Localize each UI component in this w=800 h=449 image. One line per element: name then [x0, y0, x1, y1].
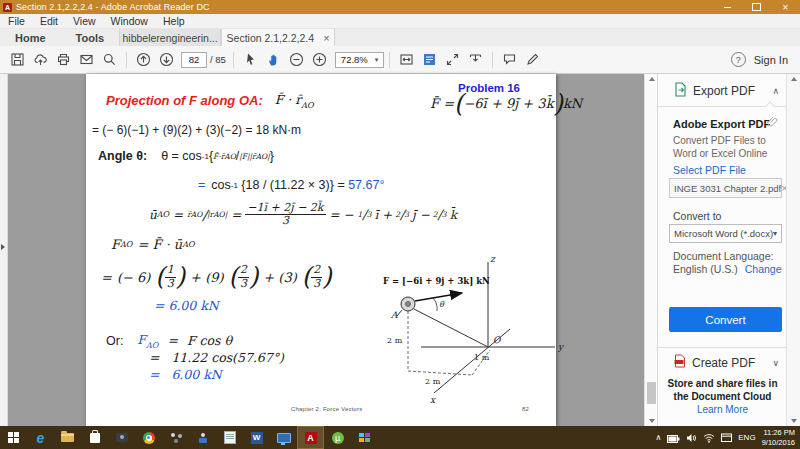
- adobe-reader-icon: A: [305, 432, 317, 444]
- highlight-button[interactable]: [521, 50, 544, 69]
- wifi-icon[interactable]: [703, 429, 715, 447]
- fit-width-icon: [399, 52, 414, 67]
- previous-page-button[interactable]: [132, 50, 155, 69]
- sign-in-button[interactable]: Sign In: [754, 54, 788, 66]
- y-axis-label: y: [557, 342, 565, 352]
- scroll-down-icon[interactable]: [649, 419, 655, 423]
- print-button[interactable]: [52, 50, 75, 69]
- collapse-chevron-icon[interactable]: ∧: [772, 86, 779, 96]
- taskbar-remote-session[interactable]: [189, 426, 216, 449]
- taskbar-utorrent[interactable]: µ: [324, 426, 351, 449]
- or-line-1: Or: FAO = F cos θ: [106, 332, 232, 350]
- scroll-up-icon[interactable]: [649, 77, 655, 81]
- fao-result: = 6.00 kN: [154, 298, 219, 313]
- export-pdf-header[interactable]: Export PDF: [693, 84, 755, 98]
- comment-bubble-icon: [502, 52, 517, 67]
- theta-arc: [433, 298, 437, 311]
- or-line-3: = 6.00 kN: [149, 367, 222, 382]
- open-left-panel-arrow-icon[interactable]: [1, 244, 5, 250]
- scroll-up-icon[interactable]: [791, 77, 797, 81]
- scrollbar-thumb[interactable]: [647, 382, 656, 404]
- toolbar-separator: [389, 52, 390, 68]
- person-desk-icon: [198, 433, 208, 443]
- menu-bar: File Edit View Window Help: [0, 14, 800, 29]
- x-axis-label: x: [430, 395, 436, 405]
- menu-item-window[interactable]: Window: [111, 15, 148, 27]
- menu-item-view[interactable]: View: [73, 15, 96, 27]
- email-button[interactable]: [75, 50, 98, 69]
- minimize-button[interactable]: [713, 0, 742, 14]
- convert-button[interactable]: Convert: [669, 307, 782, 332]
- taskbar-file-explorer[interactable]: [54, 426, 81, 449]
- taskbar-molecule-app[interactable]: [162, 426, 189, 449]
- taskbar-word[interactable]: W: [243, 426, 270, 449]
- selected-file-name: INGE 3031 Chapter 2.pdf: [674, 183, 781, 194]
- select-pdf-file-link[interactable]: Select PDF File: [673, 164, 746, 176]
- document-scrollbar[interactable]: [644, 74, 658, 426]
- tab-tools[interactable]: Tools: [61, 29, 120, 46]
- page-number-input[interactable]: [181, 52, 207, 68]
- sidebar-scrollbar[interactable]: [786, 74, 800, 426]
- zoom-level-select[interactable]: 72.8% ▾: [335, 52, 384, 68]
- taskbar-edge[interactable]: e: [27, 426, 54, 449]
- taskbar-movie-maker[interactable]: [351, 426, 378, 449]
- save-button[interactable]: [6, 50, 29, 69]
- selected-file-chip[interactable]: INGE 3031 Chapter 2.pdf ×: [669, 178, 782, 198]
- tray-expand-chevron-icon[interactable]: ∧: [655, 433, 661, 442]
- taskbar-clock[interactable]: 11:26 PM 9/10/2016: [762, 428, 795, 448]
- restore-button[interactable]: [742, 0, 771, 14]
- sidebar-divider: [658, 347, 787, 348]
- change-language-link[interactable]: Change: [745, 263, 782, 275]
- presentation-button[interactable]: [464, 50, 487, 69]
- doc-tab-section-active[interactable]: Section 2.1,2.2,2.4 ×: [221, 29, 335, 46]
- taskbar-chrome[interactable]: [135, 426, 162, 449]
- learn-more-link[interactable]: Learn More: [697, 404, 748, 415]
- taskbar-pc-settings[interactable]: [270, 426, 297, 449]
- force-vector-equation: F̄ = (−6ī + 9j̄ + 3k̄)kN: [430, 96, 582, 111]
- next-page-button[interactable]: [155, 50, 178, 69]
- upload-cloud-button[interactable]: [29, 50, 52, 69]
- main-toolbar: / 85 72.8% ▾ ? Sign In: [0, 46, 800, 74]
- printer-icon: [56, 52, 71, 67]
- doc-tab-label: Section 2.1,2.2,2.4: [227, 32, 315, 44]
- zoom-out-button[interactable]: [285, 50, 308, 69]
- pencil-icon: [525, 52, 540, 67]
- battery-icon[interactable]: [667, 429, 680, 447]
- dim-2m-bottom: 2 m: [425, 377, 441, 386]
- word-icon: W: [251, 432, 263, 444]
- page-view-button[interactable]: [418, 50, 441, 69]
- menu-item-file[interactable]: File: [8, 15, 25, 27]
- speaker-icon[interactable]: [686, 429, 697, 447]
- force-label: F = [−6i + 9j + 3k] kN: [383, 276, 490, 286]
- doc-tab-hibbeler[interactable]: hibbelerengineerin...: [119, 29, 221, 46]
- menu-item-help[interactable]: Help: [163, 15, 185, 27]
- start-button[interactable]: [0, 426, 27, 449]
- select-tool-button[interactable]: [239, 50, 262, 69]
- angle-result-line: = cos-1 {18 / (11.22 × 3)} = 57.67°: [198, 178, 384, 192]
- window-title: Section 2.1,2.2,2.4 - Adobe Acrobat Read…: [16, 2, 210, 12]
- hand-tool-button[interactable]: [262, 50, 285, 69]
- close-button[interactable]: ×: [771, 0, 800, 14]
- taskbar-camera-app[interactable]: [108, 426, 135, 449]
- convert-format-select[interactable]: Microsoft Word (*.docx) ▾: [669, 224, 782, 243]
- language-indicator[interactable]: ENG: [738, 433, 755, 442]
- taskbar-notepad[interactable]: [216, 426, 243, 449]
- action-center-icon[interactable]: [721, 429, 732, 447]
- create-pdf-header[interactable]: Create PDF: [692, 356, 755, 370]
- comment-button[interactable]: [498, 50, 521, 69]
- zoom-in-button[interactable]: [308, 50, 331, 69]
- windows-taskbar: e W A µ ∧ ENG 11:26 PM 9/10/2016: [0, 426, 800, 449]
- taskbar-store[interactable]: [81, 426, 108, 449]
- tab-close-icon[interactable]: ×: [323, 32, 329, 44]
- fit-width-button[interactable]: [395, 50, 418, 69]
- z-axis-label: z: [490, 254, 496, 264]
- scroll-down-icon[interactable]: [791, 419, 797, 423]
- fullscreen-button[interactable]: [441, 50, 464, 69]
- help-icon[interactable]: ?: [731, 52, 746, 67]
- expand-chevron-icon[interactable]: ∨: [772, 358, 779, 368]
- tab-home[interactable]: Home: [0, 29, 61, 46]
- menu-item-edit[interactable]: Edit: [40, 15, 58, 27]
- search-button[interactable]: [98, 50, 121, 69]
- taskbar-adobe-reader-active[interactable]: A: [297, 426, 324, 449]
- projection-calculation: = (− 6)(−1) + (9)(2) + (3)(−2) = 18 kN·m: [92, 123, 301, 137]
